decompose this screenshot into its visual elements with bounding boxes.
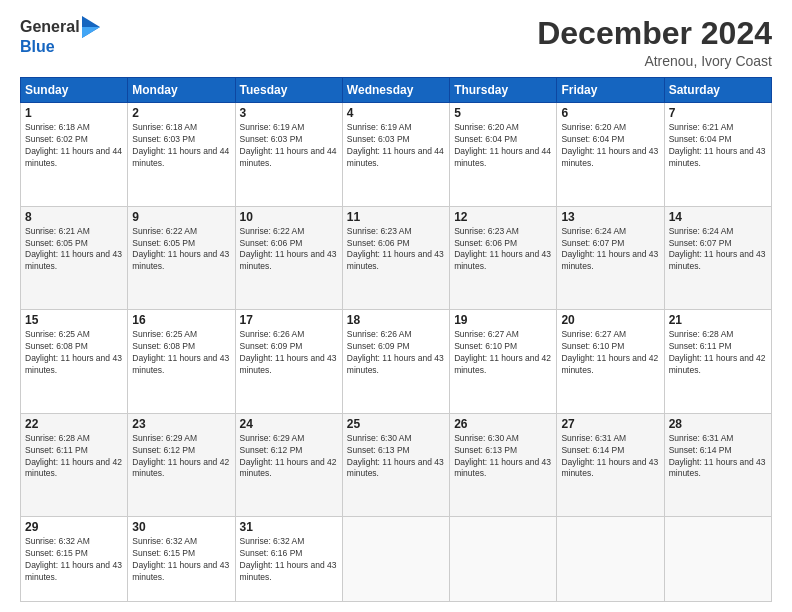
- logo: General Blue: [20, 16, 100, 56]
- day-info: Sunrise: 6:24 AM Sunset: 6:07 PM Dayligh…: [669, 226, 767, 274]
- location: Atrenou, Ivory Coast: [537, 53, 772, 69]
- table-row: 6Sunrise: 6:20 AM Sunset: 6:04 PM Daylig…: [557, 103, 664, 207]
- table-row: [342, 517, 449, 602]
- day-number: 17: [240, 313, 338, 327]
- day-number: 5: [454, 106, 552, 120]
- table-row: 25Sunrise: 6:30 AM Sunset: 6:13 PM Dayli…: [342, 413, 449, 517]
- col-wednesday: Wednesday: [342, 78, 449, 103]
- table-row: 23Sunrise: 6:29 AM Sunset: 6:12 PM Dayli…: [128, 413, 235, 517]
- calendar-week-row: 8Sunrise: 6:21 AM Sunset: 6:05 PM Daylig…: [21, 206, 772, 310]
- day-number: 10: [240, 210, 338, 224]
- day-number: 18: [347, 313, 445, 327]
- table-row: 15Sunrise: 6:25 AM Sunset: 6:08 PM Dayli…: [21, 310, 128, 414]
- table-row: 4Sunrise: 6:19 AM Sunset: 6:03 PM Daylig…: [342, 103, 449, 207]
- day-info: Sunrise: 6:19 AM Sunset: 6:03 PM Dayligh…: [347, 122, 445, 170]
- day-number: 14: [669, 210, 767, 224]
- day-info: Sunrise: 6:29 AM Sunset: 6:12 PM Dayligh…: [240, 433, 338, 481]
- table-row: 26Sunrise: 6:30 AM Sunset: 6:13 PM Dayli…: [450, 413, 557, 517]
- day-info: Sunrise: 6:22 AM Sunset: 6:06 PM Dayligh…: [240, 226, 338, 274]
- col-tuesday: Tuesday: [235, 78, 342, 103]
- day-number: 22: [25, 417, 123, 431]
- day-number: 7: [669, 106, 767, 120]
- day-info: Sunrise: 6:18 AM Sunset: 6:03 PM Dayligh…: [132, 122, 230, 170]
- day-number: 24: [240, 417, 338, 431]
- col-thursday: Thursday: [450, 78, 557, 103]
- day-info: Sunrise: 6:32 AM Sunset: 6:15 PM Dayligh…: [25, 536, 123, 584]
- header: General Blue December 2024 Atrenou, Ivor…: [20, 16, 772, 69]
- day-number: 26: [454, 417, 552, 431]
- table-row: 27Sunrise: 6:31 AM Sunset: 6:14 PM Dayli…: [557, 413, 664, 517]
- col-friday: Friday: [557, 78, 664, 103]
- col-monday: Monday: [128, 78, 235, 103]
- table-row: 2Sunrise: 6:18 AM Sunset: 6:03 PM Daylig…: [128, 103, 235, 207]
- table-row: 19Sunrise: 6:27 AM Sunset: 6:10 PM Dayli…: [450, 310, 557, 414]
- day-info: Sunrise: 6:26 AM Sunset: 6:09 PM Dayligh…: [347, 329, 445, 377]
- calendar-week-row: 29Sunrise: 6:32 AM Sunset: 6:15 PM Dayli…: [21, 517, 772, 602]
- day-info: Sunrise: 6:21 AM Sunset: 6:05 PM Dayligh…: [25, 226, 123, 274]
- day-info: Sunrise: 6:18 AM Sunset: 6:02 PM Dayligh…: [25, 122, 123, 170]
- day-number: 4: [347, 106, 445, 120]
- day-number: 2: [132, 106, 230, 120]
- table-row: [450, 517, 557, 602]
- table-row: 24Sunrise: 6:29 AM Sunset: 6:12 PM Dayli…: [235, 413, 342, 517]
- table-row: 11Sunrise: 6:23 AM Sunset: 6:06 PM Dayli…: [342, 206, 449, 310]
- day-number: 21: [669, 313, 767, 327]
- day-info: Sunrise: 6:27 AM Sunset: 6:10 PM Dayligh…: [454, 329, 552, 377]
- table-row: 16Sunrise: 6:25 AM Sunset: 6:08 PM Dayli…: [128, 310, 235, 414]
- table-row: 12Sunrise: 6:23 AM Sunset: 6:06 PM Dayli…: [450, 206, 557, 310]
- day-number: 30: [132, 520, 230, 534]
- table-row: 3Sunrise: 6:19 AM Sunset: 6:03 PM Daylig…: [235, 103, 342, 207]
- day-info: Sunrise: 6:28 AM Sunset: 6:11 PM Dayligh…: [25, 433, 123, 481]
- col-saturday: Saturday: [664, 78, 771, 103]
- logo-arrow-icon: [82, 16, 100, 38]
- day-number: 13: [561, 210, 659, 224]
- day-info: Sunrise: 6:28 AM Sunset: 6:11 PM Dayligh…: [669, 329, 767, 377]
- day-info: Sunrise: 6:29 AM Sunset: 6:12 PM Dayligh…: [132, 433, 230, 481]
- table-row: 14Sunrise: 6:24 AM Sunset: 6:07 PM Dayli…: [664, 206, 771, 310]
- day-info: Sunrise: 6:23 AM Sunset: 6:06 PM Dayligh…: [347, 226, 445, 274]
- calendar-week-row: 15Sunrise: 6:25 AM Sunset: 6:08 PM Dayli…: [21, 310, 772, 414]
- day-number: 27: [561, 417, 659, 431]
- day-info: Sunrise: 6:20 AM Sunset: 6:04 PM Dayligh…: [454, 122, 552, 170]
- table-row: 18Sunrise: 6:26 AM Sunset: 6:09 PM Dayli…: [342, 310, 449, 414]
- day-number: 11: [347, 210, 445, 224]
- day-info: Sunrise: 6:25 AM Sunset: 6:08 PM Dayligh…: [25, 329, 123, 377]
- day-number: 23: [132, 417, 230, 431]
- day-number: 3: [240, 106, 338, 120]
- day-number: 16: [132, 313, 230, 327]
- day-number: 12: [454, 210, 552, 224]
- day-number: 9: [132, 210, 230, 224]
- calendar-header-row: Sunday Monday Tuesday Wednesday Thursday…: [21, 78, 772, 103]
- calendar-week-row: 22Sunrise: 6:28 AM Sunset: 6:11 PM Dayli…: [21, 413, 772, 517]
- table-row: 9Sunrise: 6:22 AM Sunset: 6:05 PM Daylig…: [128, 206, 235, 310]
- day-number: 20: [561, 313, 659, 327]
- table-row: 7Sunrise: 6:21 AM Sunset: 6:04 PM Daylig…: [664, 103, 771, 207]
- day-number: 6: [561, 106, 659, 120]
- day-info: Sunrise: 6:26 AM Sunset: 6:09 PM Dayligh…: [240, 329, 338, 377]
- svg-marker-1: [82, 27, 100, 38]
- table-row: [557, 517, 664, 602]
- day-info: Sunrise: 6:24 AM Sunset: 6:07 PM Dayligh…: [561, 226, 659, 274]
- page: General Blue December 2024 Atrenou, Ivor…: [0, 0, 792, 612]
- calendar-week-row: 1Sunrise: 6:18 AM Sunset: 6:02 PM Daylig…: [21, 103, 772, 207]
- table-row: 17Sunrise: 6:26 AM Sunset: 6:09 PM Dayli…: [235, 310, 342, 414]
- calendar: Sunday Monday Tuesday Wednesday Thursday…: [20, 77, 772, 602]
- day-info: Sunrise: 6:19 AM Sunset: 6:03 PM Dayligh…: [240, 122, 338, 170]
- table-row: 21Sunrise: 6:28 AM Sunset: 6:11 PM Dayli…: [664, 310, 771, 414]
- day-info: Sunrise: 6:32 AM Sunset: 6:16 PM Dayligh…: [240, 536, 338, 584]
- table-row: 10Sunrise: 6:22 AM Sunset: 6:06 PM Dayli…: [235, 206, 342, 310]
- table-row: 8Sunrise: 6:21 AM Sunset: 6:05 PM Daylig…: [21, 206, 128, 310]
- day-info: Sunrise: 6:21 AM Sunset: 6:04 PM Dayligh…: [669, 122, 767, 170]
- day-number: 15: [25, 313, 123, 327]
- table-row: 28Sunrise: 6:31 AM Sunset: 6:14 PM Dayli…: [664, 413, 771, 517]
- day-info: Sunrise: 6:30 AM Sunset: 6:13 PM Dayligh…: [454, 433, 552, 481]
- day-info: Sunrise: 6:22 AM Sunset: 6:05 PM Dayligh…: [132, 226, 230, 274]
- day-info: Sunrise: 6:32 AM Sunset: 6:15 PM Dayligh…: [132, 536, 230, 584]
- day-info: Sunrise: 6:23 AM Sunset: 6:06 PM Dayligh…: [454, 226, 552, 274]
- table-row: 5Sunrise: 6:20 AM Sunset: 6:04 PM Daylig…: [450, 103, 557, 207]
- day-info: Sunrise: 6:20 AM Sunset: 6:04 PM Dayligh…: [561, 122, 659, 170]
- day-number: 8: [25, 210, 123, 224]
- table-row: 1Sunrise: 6:18 AM Sunset: 6:02 PM Daylig…: [21, 103, 128, 207]
- day-number: 25: [347, 417, 445, 431]
- day-number: 31: [240, 520, 338, 534]
